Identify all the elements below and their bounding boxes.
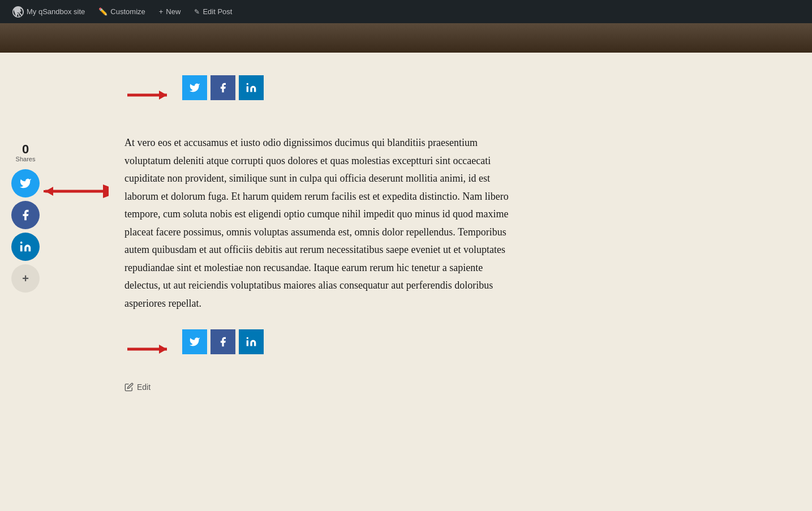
top-linkedin-button[interactable] <box>239 75 264 100</box>
right-arrow-top-icon <box>124 84 175 106</box>
top-share-area <box>124 75 509 117</box>
sidebar-twitter-button[interactable] <box>11 169 40 197</box>
linkedin-icon <box>246 82 257 93</box>
sidebar-facebook-button[interactable] <box>11 201 40 229</box>
svg-point-7 <box>247 83 248 85</box>
hero-image-area <box>0 23 812 53</box>
svg-marker-9 <box>159 345 167 354</box>
more-label: + <box>22 272 29 285</box>
svg-point-10 <box>247 337 248 339</box>
facebook-icon <box>217 82 229 93</box>
twitter-icon <box>189 336 200 347</box>
admin-bar-site-name: My qSandbox site <box>27 7 85 16</box>
linkedin-icon <box>19 241 32 253</box>
edit-label: Edit <box>137 383 151 392</box>
plus-icon: + <box>159 7 164 16</box>
top-share-row <box>182 75 264 100</box>
admin-bar-edit-post-link[interactable]: ✎ Edit Post <box>188 0 238 23</box>
article-paragraph: At vero eos et accusamus et iusto odio d… <box>124 134 509 312</box>
linkedin-icon <box>246 336 257 347</box>
wp-logo-icon <box>12 6 24 18</box>
edit-post-label: Edit Post <box>203 7 232 16</box>
admin-bar: My qSandbox site ✏️ Customize + New ✎ Ed… <box>0 0 812 23</box>
content-wrapper: 0 Shares + <box>0 75 812 392</box>
twitter-icon <box>19 177 32 190</box>
arrow-right-top-indicator <box>124 84 175 109</box>
paint-brush-icon: ✏️ <box>98 7 108 16</box>
admin-bar-customize-link[interactable]: ✏️ Customize <box>93 0 151 23</box>
admin-bar-site-link[interactable]: My qSandbox site <box>7 0 91 23</box>
edit-post-icon: ✎ <box>194 8 200 16</box>
sidebar-share-panel: 0 Shares + <box>11 143 40 296</box>
top-twitter-button[interactable] <box>182 75 207 100</box>
facebook-icon <box>217 336 229 347</box>
admin-bar-new-link[interactable]: + New <box>153 0 187 23</box>
svg-point-0 <box>20 242 23 244</box>
page-content: 0 Shares + <box>0 53 812 511</box>
bottom-linkedin-button[interactable] <box>239 329 264 354</box>
bottom-facebook-button[interactable] <box>210 329 235 354</box>
right-arrow-bottom-icon <box>124 338 175 360</box>
bottom-share-area <box>124 329 509 371</box>
edit-post-link[interactable]: Edit <box>124 383 509 392</box>
sidebar-more-button[interactable]: + <box>11 264 40 293</box>
twitter-icon <box>189 82 200 93</box>
facebook-icon <box>19 209 32 221</box>
article-main: At vero eos et accusamus et iusto odio d… <box>113 75 521 392</box>
share-count: 0 <box>22 143 29 156</box>
edit-link-icon <box>124 383 134 392</box>
bottom-share-row <box>182 329 264 354</box>
left-arrow-icon <box>41 180 109 203</box>
bottom-twitter-button[interactable] <box>182 329 207 354</box>
svg-marker-6 <box>159 91 167 100</box>
arrow-left-indicator <box>41 180 109 205</box>
new-label: New <box>166 7 181 16</box>
share-label: Shares <box>16 156 36 162</box>
top-facebook-button[interactable] <box>210 75 235 100</box>
svg-marker-4 <box>45 187 53 196</box>
sidebar-linkedin-button[interactable] <box>11 233 40 261</box>
arrow-right-bottom-indicator <box>124 338 175 363</box>
customize-label: Customize <box>110 7 145 16</box>
